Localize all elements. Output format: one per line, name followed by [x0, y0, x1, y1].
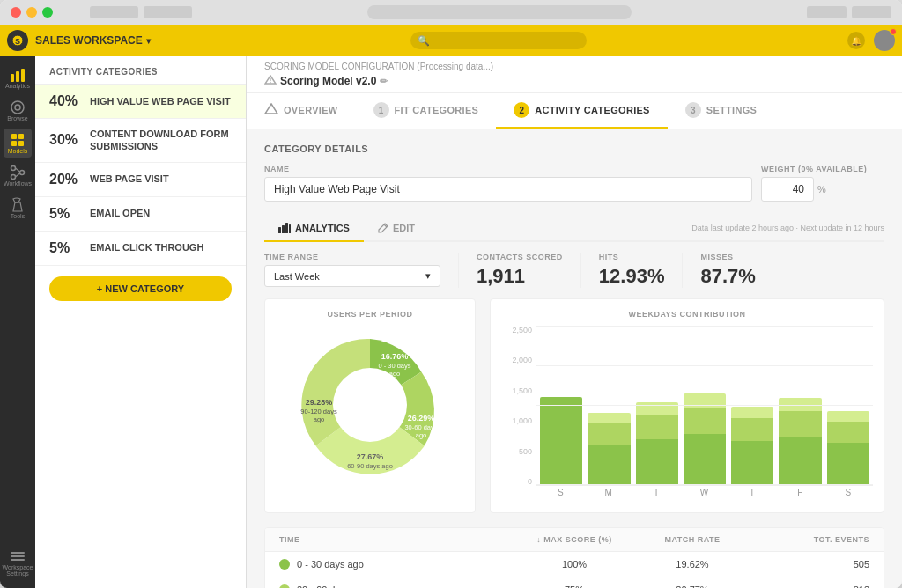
main-area: Analytics Browse Models Workflows Tools — [0, 56, 902, 588]
svg-point-5 — [11, 101, 24, 114]
weight-field: WEIGHT (0% AVAILABLE) % — [761, 165, 884, 202]
svg-rect-16 — [11, 552, 25, 554]
name-input[interactable] — [264, 177, 752, 202]
name-weight-row: NAME WEIGHT (0% AVAILABLE) % — [264, 165, 884, 202]
browser-btn-2[interactable] — [852, 6, 891, 18]
svg-text:ago: ago — [389, 370, 401, 378]
scoring-model-title: Scoring Model v2.0 ✏ — [264, 75, 388, 87]
tab-settings-label: SETTINGS — [706, 105, 757, 115]
category-item-2[interactable]: 30% CONTENT DOWNLOAD FORM SUBMISSIONS — [35, 119, 246, 163]
tab-fit-categories[interactable]: 1 FIT CATEGORIES — [356, 93, 497, 129]
svg-rect-9 — [11, 141, 17, 146]
time-range-select[interactable]: Last Week ▾ — [264, 265, 440, 287]
hits-block: HITS 12.93% — [580, 253, 683, 288]
cat-percent-5: 5% — [49, 240, 81, 256]
y-label-0: 0 — [528, 477, 532, 486]
minimize-icon[interactable] — [26, 7, 37, 18]
y-label-2000: 2,000 — [512, 356, 532, 364]
browser-tab-1[interactable] — [90, 6, 138, 18]
sidebar-item-analytics[interactable]: Analytics — [4, 63, 32, 92]
donut-chart-title: USERS PER PERIOD — [276, 310, 464, 319]
url-bar[interactable] — [367, 5, 632, 19]
browser-btn-1[interactable] — [807, 6, 847, 18]
sort-arrow-icon: ↓ — [536, 535, 543, 544]
th-time: TIME — [279, 535, 515, 544]
close-icon[interactable] — [11, 7, 21, 18]
title-bar — [0, 0, 902, 25]
misses-value: 87.7% — [700, 265, 755, 288]
sidebar-item-models[interactable]: Models — [4, 129, 32, 158]
sidebar-workflows-label: Workflows — [4, 180, 32, 187]
time-dot-1 — [279, 559, 290, 570]
categories-sidebar: ACTIVITY CATEGORIES 40% HIGH VALUE WEB P… — [35, 56, 247, 588]
analytics-tab-label: ANALYTICS — [295, 223, 350, 233]
edit-tab[interactable]: EDIT — [364, 216, 429, 242]
content-header: SCORING MODEL CONFIGURATION (Processing … — [247, 56, 902, 129]
svg-line-14 — [16, 168, 20, 172]
cat-percent-1: 40% — [49, 93, 81, 109]
category-item-3[interactable]: 20% WEB PAGE VISIT — [35, 163, 246, 197]
time-dot-2 — [279, 584, 290, 588]
td-time-1: 0 - 30 days ago — [279, 559, 515, 570]
td-time-2: 30 - 60 days ago — [279, 584, 515, 588]
cat-name-5: EMAIL CLICK THROUGH — [90, 241, 203, 254]
tab-fit-label: FIT CATEGORIES — [395, 105, 479, 115]
notifications-icon[interactable]: 🔔 — [847, 32, 865, 49]
analytics-tab[interactable]: ANALYTICS — [264, 216, 364, 242]
svg-line-15 — [16, 173, 20, 177]
tab-fit-num: 1 — [373, 102, 389, 118]
analytics-tabs: ANALYTICS EDIT Data last update 2 hours … — [264, 216, 884, 242]
svg-text:26.29%: 26.29% — [408, 414, 435, 423]
donut-chart: 16.76% 0 - 30 days ago 26.29% 30-60 days… — [291, 326, 449, 484]
category-item-5[interactable]: 5% EMAIL CLICK THROUGH — [35, 232, 246, 266]
svg-rect-3 — [16, 71, 19, 82]
tab-activity-categories[interactable]: 2 ACTIVITY CATEGORIES — [496, 93, 668, 129]
y-label-2500: 2,500 — [512, 326, 532, 334]
svg-text:ago: ago — [416, 431, 427, 439]
fullscreen-icon[interactable] — [42, 7, 53, 18]
svg-rect-18 — [11, 559, 25, 561]
new-category-button[interactable]: + NEW CATEGORY — [49, 276, 232, 301]
sidebar-item-tools[interactable]: Tools — [4, 194, 32, 223]
hits-label: HITS — [599, 253, 665, 261]
sidebar-item-workspace-settings[interactable]: WorkspaceSettings — [4, 545, 32, 581]
app-window: S SALES WORKSPACE ▾ 🔍 🔔 — [0, 0, 902, 588]
td-score-1: 100% — [515, 559, 633, 570]
tab-overview[interactable]: OVERVIEW — [247, 93, 356, 129]
svg-rect-8 — [18, 134, 24, 139]
hits-value: 12.93% — [599, 265, 665, 288]
cat-percent-2: 30% — [49, 132, 81, 148]
svg-rect-26 — [289, 224, 291, 233]
weight-input[interactable] — [761, 177, 814, 202]
data-table: TIME ↓ ↓ MAX SCORE (%)MAX SCORE (%) MATC… — [264, 527, 884, 588]
tab-settings[interactable]: 3 SETTINGS — [668, 93, 774, 129]
edit-scoring-model-icon[interactable]: ✏ — [380, 76, 388, 87]
sidebar-browse-label: Browse — [7, 115, 27, 121]
svg-rect-25 — [285, 223, 288, 233]
category-item-1[interactable]: 40% HIGH VALUE WEB PAGE VISIT — [35, 85, 246, 119]
weight-label: WEIGHT (0% AVAILABLE) — [761, 165, 884, 173]
icon-sidebar: Analytics Browse Models Workflows Tools — [0, 56, 35, 588]
td-events-2: 813 — [751, 584, 869, 588]
browser-tab-2[interactable] — [144, 6, 192, 18]
svg-text:16.76%: 16.76% — [381, 352, 409, 361]
sidebar-analytics-label: Analytics — [5, 83, 30, 89]
sidebar-item-browse[interactable]: Browse — [4, 96, 32, 125]
category-item-4[interactable]: 5% EMAIL OPEN — [35, 197, 246, 232]
step-tabs: OVERVIEW 1 FIT CATEGORIES 2 ACTIVITY CAT… — [247, 92, 902, 129]
time-range-label: TIME RANGE — [264, 253, 440, 261]
svg-text:30-60 days: 30-60 days — [404, 423, 437, 431]
bar-chart-title: WEEKDAYS CONTRIBUTION — [501, 310, 873, 319]
contacts-scored-value: 1,911 — [477, 265, 563, 288]
svg-text:S: S — [15, 37, 20, 46]
y-label-1000: 1,000 — [512, 416, 532, 425]
svg-rect-4 — [21, 69, 25, 82]
svg-point-28 — [333, 368, 407, 442]
svg-rect-23 — [278, 227, 281, 233]
x-label-t1: T — [635, 488, 677, 500]
content-area: SCORING MODEL CONFIGURATION (Processing … — [247, 56, 902, 588]
sidebar-models-label: Models — [8, 148, 28, 154]
svg-text:27.67%: 27.67% — [357, 452, 384, 461]
sidebar-item-workflows[interactable]: Workflows — [4, 161, 32, 190]
top-nav: S SALES WORKSPACE ▾ 🔍 🔔 — [0, 25, 902, 56]
